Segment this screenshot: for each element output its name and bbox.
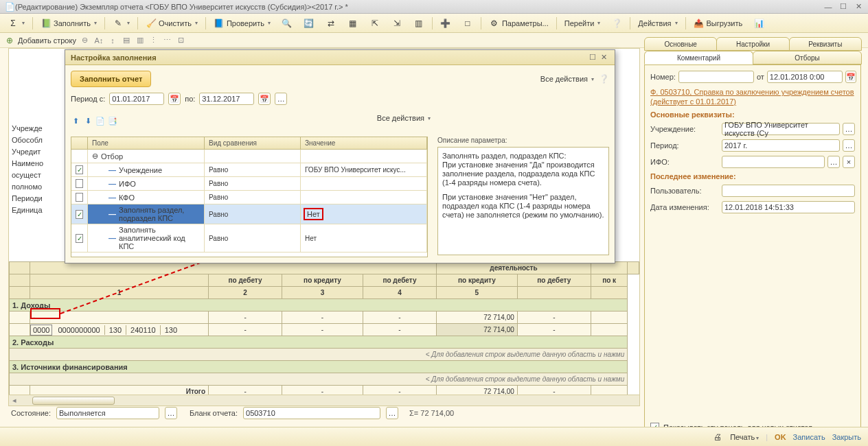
dialog-help-round-icon[interactable]: ❔ [598,73,609,84]
period-input[interactable]: 2017 г. [722,139,840,152]
st-ico-3[interactable]: ↕ [108,36,117,45]
user-input[interactable] [722,185,855,197]
blank-picker[interactable]: … [386,407,398,419]
st-ico-2[interactable]: A↕ [94,36,104,45]
maximize-button[interactable]: ☐ [838,2,849,12]
tb-ico-2[interactable]: 🔄 [299,16,319,31]
grid-all-actions[interactable]: Все действия▾ [377,114,431,122]
calendar-icon[interactable]: 📅 [845,71,856,83]
print-icon[interactable]: 🖨 [712,432,723,443]
tab-main[interactable]: Основные [644,37,717,51]
bottombar: 🖨 Печать▾ | OK Записать Закрыть [0,427,868,446]
tb-ico-6[interactable]: ⇲ [387,16,407,31]
doc-icon[interactable]: 📄 [95,116,105,126]
docs-icon[interactable]: 📑 [108,116,117,126]
tb-ico-8[interactable]: ➕ [435,16,456,31]
pencil-button[interactable]: ✎▾ [108,16,135,31]
grid-row-ifo[interactable]: —ИФОРавно [71,177,427,191]
period-to-cal-icon[interactable]: 📅 [258,93,271,105]
tb-ico-7[interactable]: ▥ [409,16,429,31]
grid-row-otbor[interactable]: ⊖Отбор [71,150,427,163]
sigma-total: Σ= 72 714,00 [409,409,454,417]
tab-req[interactable]: Реквизиты [789,37,862,51]
minimize-button[interactable]: — [823,2,834,12]
statusbar: Состояние: Выполняется … Бланк отчета: 0… [8,405,640,421]
period-pick[interactable]: … [843,139,855,152]
fill-button[interactable]: 📗Заполнить▾ [36,16,102,31]
ok-button[interactable]: OK [775,433,786,441]
close-link[interactable]: Закрыть [832,433,861,441]
tab-settings[interactable]: Настройки [716,37,789,51]
dialog-all-actions-top[interactable]: Все действия▾ [540,75,594,83]
tb-ico-3[interactable]: ⇄ [321,16,341,31]
chg-input: 12.01.2018 14:51:33 [722,201,855,213]
number-input[interactable] [678,71,754,83]
tb-ico-last[interactable]: 📊 [749,16,769,31]
state-label: Состояние: [11,409,51,417]
st-ico-5[interactable]: ▥ [135,36,145,45]
state-input[interactable]: Выполняется [56,407,159,419]
params-button[interactable]: ⚙Параметры... [484,16,553,31]
report-table[interactable]: деятельность по дебетупо кредитупо дебет… [9,261,639,392]
fill-report-button[interactable]: Заполнить отчет [71,71,151,87]
form-link[interactable]: Ф. 0503710, Справка по заключению учрежд… [650,87,855,106]
clear-button[interactable]: 🧹Очистить▾ [141,16,203,31]
highlight-0000 [30,308,60,319]
state-picker[interactable]: … [165,407,177,419]
close-button[interactable]: ✕ [853,2,864,12]
print-button[interactable]: Печать▾ [730,433,759,441]
grid-row-fill-section[interactable]: ✓—Заполнять раздел, подраздел КПСРавноНе… [71,204,427,224]
filter-grid[interactable]: ПолеВид сравненияЗначение ⊖Отбор ✓—Учреж… [71,137,428,257]
grid-row-kfo[interactable]: —КФОРавно [71,191,427,204]
period-from-cal-icon[interactable]: 📅 [168,93,181,105]
ifo-input[interactable] [722,156,825,168]
dialog-close-icon[interactable]: ✕ [598,53,609,62]
period-to-input[interactable]: 31.12.2017 [199,93,254,105]
st-ico-7[interactable]: ⋯ [163,36,172,45]
tab-filters[interactable]: Отборы [753,51,862,64]
st-ico-8[interactable]: ⊡ [176,36,186,45]
date-input[interactable]: 12.01.2018 0:00 [767,71,843,83]
export-button[interactable]: 📤Выгрузить [689,16,748,31]
arrow-down-icon[interactable]: ⬇ [83,116,93,126]
goto-button[interactable]: Перейти▾ [560,16,606,31]
fill-settings-dialog: Настройка заполнения ☐ ✕ Заполнить отчет… [65,49,615,263]
save-button[interactable]: Записать [793,433,825,441]
st-ico-4[interactable]: ▤ [122,36,131,45]
h-scrollbar[interactable]: ◂ [9,395,639,406]
help-button[interactable]: ❔ [606,16,627,31]
period-from-input[interactable]: 01.01.2017 [109,93,164,105]
check-button[interactable]: 📘Проверить▾ [209,16,275,31]
uchr-pick[interactable]: … [843,123,855,135]
st-ico-1[interactable]: ⊖ [80,36,90,45]
uchr-input[interactable]: ГОБУ ВПО Университет искусств (Су [722,123,840,135]
left-labels: УчреждеОбособлУчредит Наименоосущестполн… [12,123,43,216]
main-req-hdr: Основные реквизиты: [650,110,855,119]
window-title: (Редактирование) Экземпляр отчета <ГОБУ … [15,3,823,11]
grid-row-fill-analytic[interactable]: ✓—Заполнять аналитический код КПСРавноНе… [71,224,427,253]
ifo-pick[interactable]: … [827,156,840,168]
blank-label: Бланк отчета: [190,409,238,417]
add-row-button[interactable]: ⊕Добавить строку [4,35,76,46]
sigma-button[interactable]: Σ▾ [3,16,30,31]
actions-button[interactable]: Действия▾ [633,16,682,31]
sidebar: Основные Настройки Реквизиты Комментарий… [644,37,861,438]
titlebar: 📄 (Редактирование) Экземпляр отчета <ГОБ… [0,0,868,14]
dialog-title: Настройка заполнения [71,54,587,62]
st-ico-6[interactable]: ⋮ [149,36,159,45]
param-description: Описание параметра: Заполнять раздел, по… [437,137,609,257]
app-icon: 📄 [4,1,15,12]
tb-ico-9[interactable]: □ [457,16,478,31]
tb-ico-5[interactable]: ⇱ [365,16,385,31]
value-net-highlight: Нет [304,208,323,220]
ifo-clear[interactable]: × [843,156,855,168]
dialog-help-icon[interactable]: ☐ [587,53,598,62]
data-row[interactable]: − 00000000000000130240110130 ---72 714,0… [10,324,639,336]
tb-ico-1[interactable]: 🔍 [277,16,297,31]
tb-ico-4[interactable]: ▦ [343,16,363,31]
grid-row-uchr[interactable]: ✓—УчреждениеРавноГОБУ ВПО Университет ис… [71,163,427,177]
blank-input[interactable]: 0503710 [243,407,380,419]
period-extra-button[interactable]: … [275,93,287,105]
tab-comment[interactable]: Комментарий [644,51,753,64]
arrow-up-icon[interactable]: ⬆ [71,116,80,126]
